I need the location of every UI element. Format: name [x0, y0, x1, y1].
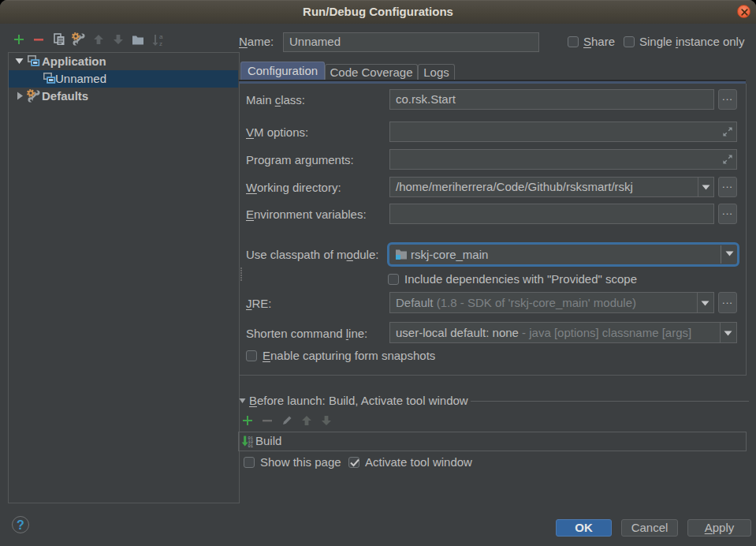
svg-text:01: 01	[248, 443, 254, 448]
svg-text:z: z	[159, 40, 162, 47]
svg-text:a: a	[159, 33, 163, 40]
